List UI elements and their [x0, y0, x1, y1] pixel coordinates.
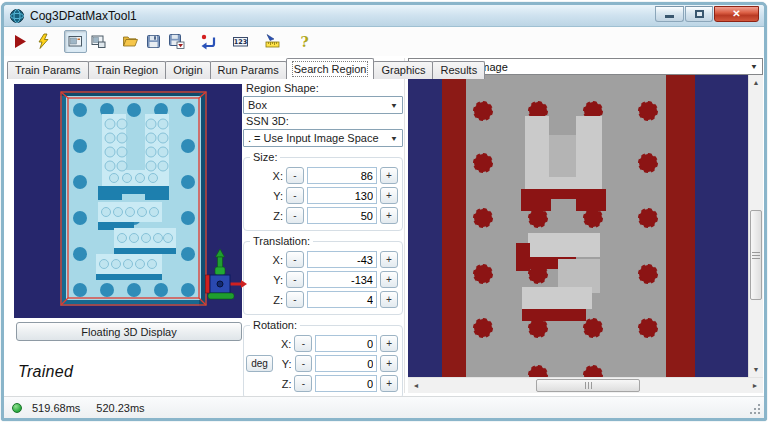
horizontal-scrollbar[interactable]: ◄ ► — [408, 377, 763, 393]
window-title: Cog3DPatMaxTool1 — [30, 9, 654, 23]
rotation-x-row: X: - + — [246, 335, 398, 352]
size-y-label: Y: — [267, 190, 283, 202]
scroll-right-button[interactable]: ► — [747, 378, 763, 393]
rotation-y-row: deg Y: - + — [246, 355, 398, 372]
translation-x-increment-button[interactable]: + — [380, 251, 398, 268]
rotation-y-decrement-button[interactable]: - — [295, 355, 313, 372]
tab-graphics[interactable]: Graphics — [373, 61, 433, 79]
toolbar: 123 ? — [4, 27, 764, 56]
size-z-increment-button[interactable]: + — [380, 207, 398, 224]
lightning-icon — [35, 33, 52, 50]
scroll-left-button[interactable]: ◄ — [408, 378, 424, 393]
resize-grip[interactable] — [750, 404, 761, 415]
minimize-button[interactable] — [655, 6, 684, 22]
close-button[interactable]: ✕ — [714, 6, 759, 22]
reset-arrow-icon — [200, 33, 217, 50]
translation-y-field[interactable] — [307, 271, 377, 288]
rotation-y-label: Y: — [276, 358, 292, 370]
size-y-decrement-button[interactable]: - — [286, 187, 304, 204]
run-time-value: 519.68ms — [32, 402, 80, 414]
rotation-z-row: Z: - + — [246, 375, 398, 392]
size-x-row: X: - + — [246, 167, 398, 184]
gizmo-base — [208, 293, 234, 299]
open-button[interactable] — [119, 30, 142, 53]
floating-3d-display-button[interactable]: Floating 3D Display — [16, 322, 242, 341]
vertical-scrollbar[interactable]: ▲ ▼ — [748, 75, 763, 377]
electric-run-button[interactable] — [32, 30, 55, 53]
save-floppy-icon — [145, 33, 162, 50]
rotation-z-label: Z: — [276, 378, 292, 390]
ssn3d-label: SSN 3D: — [246, 115, 403, 127]
search-region-form: Region Shape: Box ▼ SSN 3D: . = Use Inpu… — [243, 81, 403, 399]
size-group-label: Size: — [250, 151, 280, 163]
rotation-x-increment-button[interactable]: + — [380, 335, 398, 352]
rotation-z-field[interactable] — [315, 375, 377, 392]
y-axis-arrow — [215, 249, 225, 275]
translation-y-increment-button[interactable]: + — [380, 271, 398, 288]
translation-z-decrement-button[interactable]: - — [286, 291, 304, 308]
horizontal-scroll-thumb[interactable] — [536, 379, 640, 392]
size-x-decrement-button[interactable]: - — [286, 167, 304, 184]
show-current-record-toggle[interactable] — [64, 30, 87, 53]
rotation-x-label: X: — [276, 338, 292, 350]
ssn3d-dropdown[interactable]: . = Use Input Image Space ▼ — [243, 129, 403, 147]
maximize-icon — [695, 10, 704, 18]
app-globe-icon — [9, 8, 25, 24]
rotation-z-decrement-button[interactable]: - — [294, 375, 312, 392]
z-axis-dot — [217, 281, 223, 287]
rotation-y-increment-button[interactable]: + — [380, 355, 398, 372]
translation-x-label: X: — [267, 254, 283, 266]
translation-z-field[interactable] — [307, 291, 377, 308]
size-z-decrement-button[interactable]: - — [286, 207, 304, 224]
size-y-increment-button[interactable]: + — [380, 187, 398, 204]
calibration-button[interactable] — [261, 30, 284, 53]
translation-z-row: Z: - + — [246, 291, 398, 308]
vertical-scroll-thumb[interactable] — [750, 210, 762, 300]
translation-y-decrement-button[interactable]: - — [286, 271, 304, 288]
chevron-down-icon: ▼ — [390, 134, 398, 142]
size-y-field[interactable] — [307, 187, 377, 204]
scroll-up-button[interactable]: ▲ — [749, 75, 763, 90]
ruler-pointer-icon — [264, 33, 281, 50]
translation-x-decrement-button[interactable]: - — [286, 251, 304, 268]
deg-units-button[interactable]: deg — [246, 355, 273, 372]
tab-train-params[interactable]: Train Params — [7, 61, 89, 79]
region-shape-dropdown[interactable]: Box ▼ — [243, 96, 403, 114]
save-button[interactable] — [142, 30, 165, 53]
tabstrip: Train Params Train Region Origin Run Par… — [7, 58, 484, 79]
tab-train-region[interactable]: Train Region — [88, 61, 167, 79]
help-button[interactable]: ? — [293, 30, 316, 53]
rotation-y-field[interactable] — [315, 355, 377, 372]
translation-x-row: X: - + — [246, 251, 398, 268]
titlebar[interactable]: Cog3DPatMaxTool1 ✕ — [4, 5, 764, 27]
rotation-x-field[interactable] — [315, 335, 377, 352]
scroll-down-button[interactable]: ▼ — [749, 362, 763, 377]
translation-y-label: Y: — [267, 274, 283, 286]
translation-x-field[interactable] — [307, 251, 377, 268]
tab-run-params[interactable]: Run Params — [210, 61, 287, 79]
size-x-increment-button[interactable]: + — [380, 167, 398, 184]
save-results-button[interactable] — [165, 30, 188, 53]
size-z-field[interactable] — [307, 207, 377, 224]
show-lastrun-record-toggle[interactable] — [87, 30, 110, 53]
trained-status-label: Trained — [18, 363, 73, 381]
rotation-x-decrement-button[interactable]: - — [294, 335, 312, 352]
reset-button[interactable] — [197, 30, 220, 53]
ssn3d-value: . = Use Input Image Space — [248, 132, 379, 144]
tab-results[interactable]: Results — [432, 61, 485, 79]
tab-search-region[interactable]: Search Region — [286, 58, 375, 79]
size-y-row: Y: - + — [246, 187, 398, 204]
maximize-button[interactable] — [685, 6, 713, 22]
rotation-z-increment-button[interactable]: + — [380, 375, 398, 392]
horizontal-scroll-track[interactable] — [424, 378, 747, 393]
help-glyph: ? — [300, 34, 308, 50]
run-button[interactable] — [9, 30, 32, 53]
size-x-field[interactable] — [307, 167, 377, 184]
results-123-label: 123 — [234, 38, 248, 46]
tab-origin[interactable]: Origin — [165, 61, 210, 79]
input-image-display[interactable] — [408, 75, 748, 377]
results-numeric-button[interactable]: 123 — [229, 30, 252, 53]
client-area: 123 ? Train Params Train Region — [4, 27, 764, 418]
lastrun-record-display-icon — [90, 33, 107, 50]
translation-z-increment-button[interactable]: + — [380, 291, 398, 308]
